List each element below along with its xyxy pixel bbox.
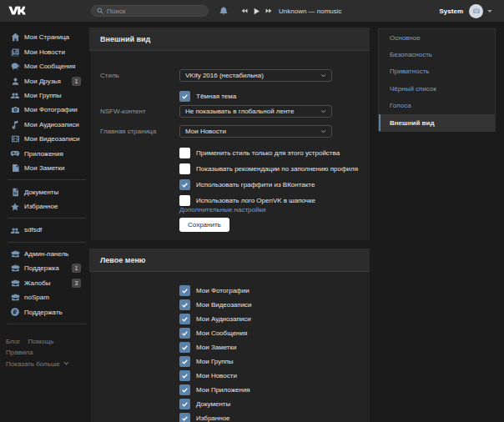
settings-tab-general[interactable]: Основное (379, 29, 495, 46)
sidebar-item-my-notes[interactable]: Мои Заметки (0, 161, 89, 175)
sidebar-separator (8, 324, 86, 324)
topbar-user-menu[interactable]: System (440, 0, 492, 22)
profile-recommendations-checkbox[interactable] (179, 163, 190, 174)
player-prev-button[interactable] (241, 8, 248, 14)
briefcase-icon (10, 293, 20, 303)
sidebar-item-reports[interactable]: Жалобы 3 (0, 276, 89, 290)
nsfw-row: NSFW-контент Не показывать в глобальной … (100, 105, 359, 118)
toggle-my-photos-checkbox[interactable] (179, 285, 190, 296)
toggle-bookmarks-checkbox[interactable] (179, 413, 190, 422)
toggle-my-notes-checkbox[interactable] (179, 342, 190, 353)
groups-icon (10, 225, 20, 235)
settings-tab-appearance[interactable]: Внешний вид (379, 114, 495, 131)
sidebar-item-my-messages[interactable]: Мои Сообщения (0, 59, 89, 73)
vk-logo[interactable] (8, 5, 26, 16)
chevron-down-icon (320, 128, 326, 134)
check-icon (181, 372, 189, 379)
messages-icon (10, 62, 20, 72)
toggle-my-messages-checkbox[interactable] (179, 328, 190, 339)
blog-link[interactable]: Блог (6, 338, 20, 345)
groups-icon (10, 90, 20, 100)
nsfw-select[interactable]: Не показывать в глобальной ленте (179, 105, 332, 118)
toggle-documents-checkbox[interactable] (179, 399, 190, 409)
sidebar-item-my-photos[interactable]: Мои Фотографии (0, 103, 89, 117)
apply-style-device-checkbox[interactable] (179, 148, 190, 158)
check-icon (181, 358, 189, 365)
left-menu-card-title: Левое меню (89, 249, 370, 272)
check-icon (181, 93, 189, 100)
save-button[interactable]: Сохранить (179, 218, 229, 232)
bell-icon[interactable] (219, 5, 229, 17)
sidebar-item-support[interactable]: Поддержка 1 (0, 261, 89, 275)
player-track-title[interactable]: Unknown — nomusic (279, 0, 342, 22)
check-icon (181, 414, 189, 422)
search-input[interactable]: Поиск (91, 5, 209, 17)
check-icon (181, 181, 189, 188)
vk-graffiti-checkbox[interactable] (179, 179, 190, 190)
document-icon (10, 187, 20, 197)
toggle-my-audios-checkbox[interactable] (179, 314, 190, 324)
briefcase-icon (10, 278, 20, 288)
sidebar-item-documents[interactable]: Документы (0, 184, 89, 198)
settings-tab-blacklist[interactable]: Чёрный список (379, 80, 495, 97)
menu-toggle-row: Мои Фотографии (179, 285, 359, 296)
camera-icon (10, 105, 20, 115)
toggle-my-videos-checkbox[interactable] (179, 299, 190, 310)
sidebar-separator (8, 242, 86, 243)
openvk-logo-checkbox[interactable] (179, 195, 190, 206)
dark-theme-checkbox[interactable] (179, 91, 190, 102)
settings-tab-privacy[interactable]: Приватность (379, 63, 495, 80)
search-icon (97, 8, 103, 14)
option-row: Применить стиль только для этого устройс… (179, 148, 359, 158)
mainpage-row: Главная страница Мои Новости (100, 125, 359, 138)
check-icon (181, 386, 189, 394)
sidebar-item-my-page[interactable]: Моя Страница (0, 30, 89, 44)
sidebar-item-my-groups[interactable]: Мои Группы (0, 88, 89, 103)
appearance-card: Внешний вид Стиль VKify 2016 (нестабильн… (89, 28, 370, 240)
player-next-button[interactable] (265, 8, 272, 14)
check-icon (181, 400, 189, 408)
style-select[interactable]: VKify 2016 (нестабильна) (179, 69, 332, 82)
sidebar-item-donate[interactable]: Поддержать (0, 304, 89, 319)
sidebar-item-sdfsdf[interactable]: sdfsdf (0, 223, 89, 237)
help-link[interactable]: Помощь (28, 338, 54, 345)
toggle-my-groups-checkbox[interactable] (179, 356, 190, 367)
sidebar-item-nospam[interactable]: noSpam (0, 290, 89, 304)
sidebar-item-apps[interactable]: Приложения (0, 147, 89, 161)
toggle-my-apps-checkbox[interactable] (179, 384, 190, 395)
username: System (440, 8, 463, 15)
style-row: Стиль VKify 2016 (нестабильна) (100, 69, 359, 82)
menu-toggle-row: Мои Видеозаписи (179, 299, 359, 310)
rules-link[interactable]: Правила (6, 349, 33, 356)
mainpage-select[interactable]: Мои Новости (179, 125, 332, 138)
advanced-settings-link[interactable]: Дополнительные настройки (179, 206, 265, 214)
sidebar-item-my-videos[interactable]: Мои Видеозаписи (0, 132, 89, 146)
main-content: Внешний вид Стиль VKify 2016 (нестабильн… (89, 22, 370, 422)
chevron-down-icon (63, 360, 68, 365)
search-placeholder: Поиск (107, 8, 125, 15)
sidebar-item-bookmarks[interactable]: Избранное (0, 199, 89, 214)
advanced-settings-row: Дополнительные настройки (179, 206, 359, 214)
option-row: Показывать рекомендации по заполнению пр… (179, 163, 359, 174)
sidebar-separator (8, 218, 86, 219)
notes-icon (10, 163, 20, 173)
show-more-link[interactable]: Показать больше (6, 360, 60, 368)
toggle-my-news-checkbox[interactable] (179, 370, 190, 381)
sidebar-item-admin-panel[interactable]: Админ-панель (0, 247, 89, 261)
support-badge: 1 (72, 264, 81, 273)
topbar: Поиск Unknown — nomusic System (0, 0, 504, 22)
sidebar-item-my-news[interactable]: Мои Новости (0, 44, 89, 58)
left-sidebar: Моя Страница Мои Новости Мои Сообщения М… (0, 22, 89, 369)
chevron-down-icon (320, 73, 326, 78)
settings-tab-security[interactable]: Безопасность (379, 46, 495, 63)
settings-tab-votes[interactable]: Голоса (379, 98, 495, 114)
check-icon (181, 329, 189, 337)
sidebar-item-my-friends[interactable]: Мои Друзья 1 (0, 73, 89, 88)
home-icon (10, 33, 20, 43)
sidebar-item-my-audios[interactable]: Мои Аудиозаписи (0, 118, 89, 132)
menu-toggle-row: Мои Сообщения (179, 328, 359, 339)
check-icon (181, 344, 189, 351)
option-row: Использовать граффити из ВКонтакте (179, 179, 359, 190)
left-menu-form: Мои Фотографии Мои Видеозаписи Мои Аудио… (89, 272, 370, 422)
player-play-button[interactable] (253, 8, 260, 15)
